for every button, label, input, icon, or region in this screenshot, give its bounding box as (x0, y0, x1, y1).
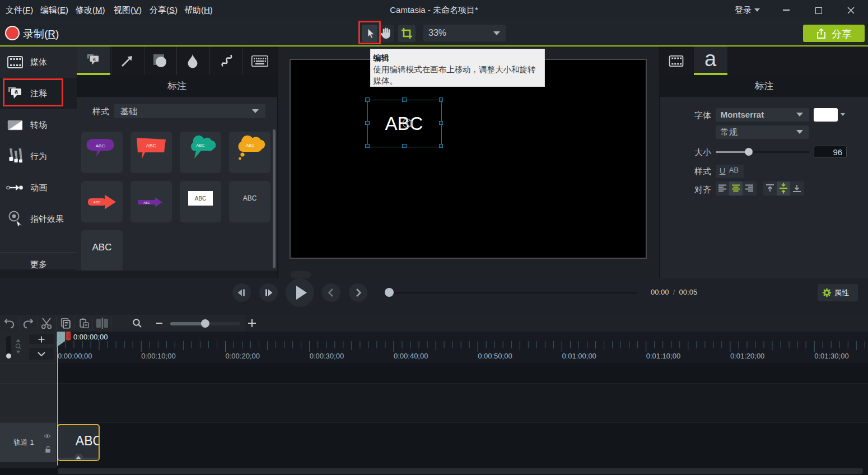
svg-text:ABC: ABC (94, 201, 101, 204)
svg-text:ABC: ABC (196, 143, 205, 148)
svg-text:ABC: ABC (246, 143, 255, 148)
svg-text:ABC: ABC (143, 201, 150, 204)
svg-text:ABC: ABC (146, 143, 157, 148)
svg-text:a: a (93, 56, 96, 62)
svg-text:ABC: ABC (96, 143, 105, 148)
svg-text:ABC: ABC (195, 195, 207, 202)
